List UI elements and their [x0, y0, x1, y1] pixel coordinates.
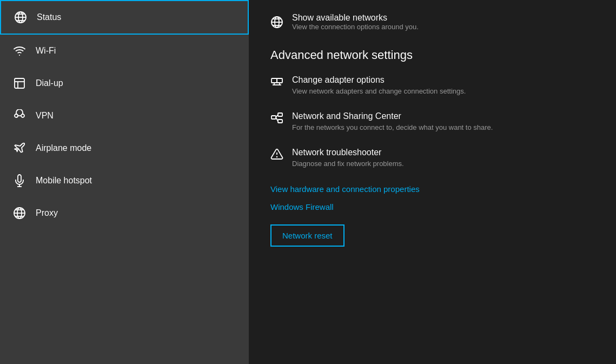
adapter-icon	[270, 75, 283, 88]
svg-rect-6	[15, 78, 24, 88]
sidebar-item-airplane[interactable]: Airplane mode	[0, 132, 249, 164]
sidebar-item-label-airplane: Airplane mode	[36, 143, 91, 153]
networks-globe-icon	[270, 16, 283, 29]
dialup-icon	[13, 77, 26, 90]
hardware-properties-link[interactable]: View hardware and connection properties	[270, 184, 594, 194]
adapter-options-item: Change adapter options View network adap…	[270, 75, 594, 96]
airplane-icon	[13, 142, 26, 155]
show-networks-title: Show available networks	[292, 13, 419, 23]
svg-rect-31	[278, 120, 282, 123]
svg-point-9	[15, 114, 18, 117]
troubleshooter-subtitle: Diagnose and fix network problems.	[292, 159, 404, 169]
adapter-title: Change adapter options	[292, 75, 466, 85]
svg-rect-29	[271, 116, 276, 119]
sidebar-item-label-proxy: Proxy	[36, 208, 58, 218]
sidebar-item-proxy[interactable]: Proxy	[0, 197, 249, 229]
svg-point-5	[19, 55, 20, 56]
show-networks-subtitle: View the connection options around you.	[292, 23, 419, 31]
sharing-text: Network and Sharing Center For the netwo…	[292, 111, 493, 133]
sidebar-item-label-vpn: VPN	[36, 111, 54, 121]
proxy-globe-icon	[13, 207, 26, 220]
svg-rect-25	[277, 78, 282, 83]
troubleshooter-title: Network troubleshooter	[292, 148, 404, 157]
sidebar-item-label-status: Status	[37, 12, 61, 22]
main-content: Show available networks View the connect…	[249, 0, 616, 364]
troubleshooter-item: Network troubleshooter Diagnose and fix …	[270, 148, 594, 169]
troubleshooter-text: Network troubleshooter Diagnose and fix …	[292, 148, 404, 169]
sidebar-item-status[interactable]: Status	[0, 0, 249, 35]
wifi-icon	[13, 44, 26, 57]
sidebar-item-hotspot[interactable]: Mobile hotspot	[0, 164, 249, 197]
show-networks-text: Show available networks View the connect…	[292, 13, 419, 31]
sharing-title: Network and Sharing Center	[292, 111, 493, 121]
troubleshooter-icon	[270, 148, 283, 161]
svg-point-10	[21, 114, 24, 117]
windows-firewall-link[interactable]: Windows Firewall	[270, 202, 594, 211]
sidebar-item-dialup[interactable]: Dial-up	[0, 67, 249, 100]
advanced-heading: Advanced network settings	[270, 48, 594, 62]
network-reset-button[interactable]: Network reset	[270, 224, 345, 247]
sharing-center-item: Network and Sharing Center For the netwo…	[270, 111, 594, 133]
hotspot-icon	[13, 174, 26, 187]
sidebar-item-wifi[interactable]: Wi-Fi	[0, 35, 249, 67]
globe-icon	[14, 11, 27, 24]
sidebar-item-label-dialup: Dial-up	[36, 78, 63, 88]
sharing-icon	[270, 111, 283, 124]
adapter-subtitle: View network adapters and change connect…	[292, 87, 466, 96]
svg-rect-24	[271, 78, 277, 83]
sidebar: Status Wi-Fi Dial-up	[0, 0, 249, 364]
vpn-icon	[13, 109, 26, 122]
sidebar-item-vpn[interactable]: VPN	[0, 100, 249, 132]
show-networks-item: Show available networks View the connect…	[270, 11, 594, 31]
svg-line-33	[276, 117, 278, 121]
svg-rect-30	[278, 113, 282, 116]
adapter-text: Change adapter options View network adap…	[292, 75, 466, 96]
sidebar-item-label-hotspot: Mobile hotspot	[36, 176, 92, 186]
sidebar-item-label-wifi: Wi-Fi	[36, 46, 56, 56]
sharing-subtitle: For the networks you connect to, decide …	[292, 123, 493, 133]
